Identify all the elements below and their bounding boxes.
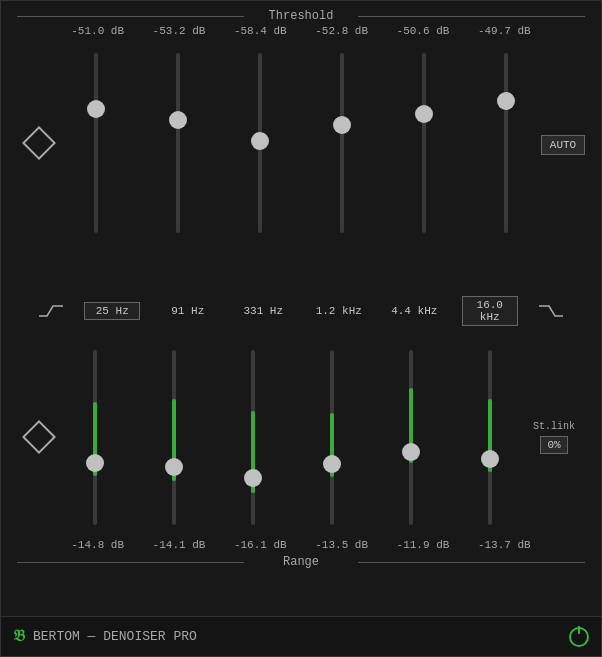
range-db-label-5: -13.7 dB <box>474 539 534 551</box>
brand-area: 𝔅 BERTOM — DENOISER PRO <box>13 627 197 646</box>
range-diamond-shape <box>22 420 56 454</box>
threshold-channel-0[interactable] <box>74 53 118 233</box>
threshold-channel-4[interactable] <box>402 53 446 233</box>
threshold-thumb-4[interactable] <box>415 105 433 123</box>
range-db-label-1: -14.1 dB <box>149 539 209 551</box>
brand-logo: 𝔅 <box>13 627 25 646</box>
threshold-channel-1[interactable] <box>156 53 200 233</box>
auto-button-wrap: AUTO <box>547 131 579 155</box>
range-sliders-row: St.link 0% <box>17 340 585 535</box>
threshold-db-label-0: -51.0 dB <box>68 25 128 37</box>
high-shelf-icon[interactable] <box>537 302 565 320</box>
threshold-db-label-4: -50.6 dB <box>393 25 453 37</box>
threshold-sliders-row: AUTO <box>17 43 585 243</box>
range-channel-1[interactable] <box>152 350 196 525</box>
range-thumb-3[interactable] <box>323 455 341 473</box>
threshold-channel-5[interactable] <box>484 53 528 233</box>
range-label: Range <box>17 555 585 569</box>
range-section: St.link 0% -14.8 dB-14.1 dB-16.1 dB-13.5… <box>17 336 585 613</box>
threshold-channel-2[interactable] <box>238 53 282 233</box>
threshold-channel-3[interactable] <box>320 53 364 233</box>
threshold-thumb-5[interactable] <box>497 92 515 110</box>
range-track-0[interactable] <box>93 350 97 525</box>
threshold-track-4[interactable] <box>422 53 426 233</box>
range-db-label-4: -11.9 dB <box>393 539 453 551</box>
diamond-shape <box>22 126 56 160</box>
threshold-thumb-3[interactable] <box>333 116 351 134</box>
range-thumb-4[interactable] <box>402 443 420 461</box>
threshold-db-label-1: -53.2 dB <box>149 25 209 37</box>
threshold-thumb-0[interactable] <box>87 100 105 118</box>
range-channel-3[interactable] <box>310 350 354 525</box>
stlink-area: St.link 0% <box>529 421 579 454</box>
range-db-label-2: -16.1 dB <box>230 539 290 551</box>
range-thumb-0[interactable] <box>86 454 104 472</box>
threshold-track-3[interactable] <box>340 53 344 233</box>
range-track-5[interactable] <box>488 350 492 525</box>
freq-label-0[interactable]: 25 Hz <box>84 302 140 320</box>
plugin-title: BERTOM — DENOISER PRO <box>33 629 197 644</box>
threshold-db-label-5: -49.7 dB <box>474 25 534 37</box>
threshold-section: Threshold -51.0 dB-53.2 dB-58.4 dB-52.8 … <box>17 9 585 286</box>
freq-label-2: 331 Hz <box>235 305 291 317</box>
stlink-button[interactable]: 0% <box>540 436 567 454</box>
range-channel-5[interactable] <box>468 350 512 525</box>
range-track-3[interactable] <box>330 350 334 525</box>
threshold-label: Threshold <box>17 9 585 23</box>
threshold-track-0[interactable] <box>94 53 98 233</box>
range-db-label-3: -13.5 dB <box>312 539 372 551</box>
threshold-db-label-3: -52.8 dB <box>312 25 372 37</box>
freq-label-4: 4.4 kHz <box>386 305 442 317</box>
range-db-label-0: -14.8 dB <box>68 539 128 551</box>
range-track-1[interactable] <box>172 350 176 525</box>
auto-button[interactable]: AUTO <box>541 135 585 155</box>
threshold-thumb-1[interactable] <box>169 111 187 129</box>
threshold-track-2[interactable] <box>258 53 262 233</box>
range-track-4[interactable] <box>409 350 413 525</box>
bottom-bar: 𝔅 BERTOM — DENOISER PRO <box>1 616 601 656</box>
freq-label-3: 1.2 kHz <box>311 305 367 317</box>
range-track-2[interactable] <box>251 350 255 525</box>
threshold-track-1[interactable] <box>176 53 180 233</box>
range-channel-4[interactable] <box>389 350 433 525</box>
range-channel-2[interactable] <box>231 350 275 525</box>
stlink-label: St.link <box>533 421 575 432</box>
threshold-channels <box>55 53 547 233</box>
range-db-labels-row: -14.8 dB-14.1 dB-16.1 dB-13.5 dB-11.9 dB… <box>17 539 585 551</box>
freq-row: 25 Hz91 Hz331 Hz1.2 kHz4.4 kHz16.0 kHz <box>17 290 585 332</box>
range-channel-0[interactable] <box>73 350 117 525</box>
range-thumb-2[interactable] <box>244 469 262 487</box>
threshold-db-label-2: -58.4 dB <box>230 25 290 37</box>
range-channels <box>55 350 529 525</box>
threshold-track-5[interactable] <box>504 53 508 233</box>
threshold-diamond-icon <box>23 131 55 155</box>
range-thumb-5[interactable] <box>481 450 499 468</box>
power-button[interactable] <box>569 627 589 647</box>
freq-label-1: 91 Hz <box>160 305 216 317</box>
threshold-thumb-2[interactable] <box>251 132 269 150</box>
threshold-db-labels-row: -51.0 dB-53.2 dB-58.4 dB-52.8 dB-50.6 dB… <box>17 25 585 37</box>
freq-label-5[interactable]: 16.0 kHz <box>462 296 518 326</box>
main-area: Threshold -51.0 dB-53.2 dB-58.4 dB-52.8 … <box>1 1 601 616</box>
low-shelf-icon[interactable] <box>37 302 65 320</box>
range-thumb-1[interactable] <box>165 458 183 476</box>
plugin-container: Threshold -51.0 dB-53.2 dB-58.4 dB-52.8 … <box>0 0 602 657</box>
range-diamond-icon <box>23 425 55 449</box>
